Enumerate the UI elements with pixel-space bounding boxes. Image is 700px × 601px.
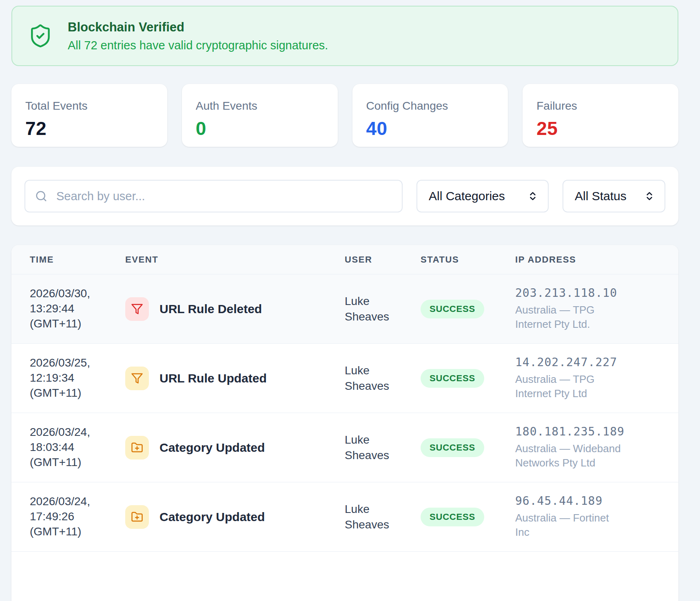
status-cell: SUCCESS — [402, 429, 497, 467]
time-cell: 2026/03/25, 12:19:34 (GMT+11) — [11, 346, 107, 411]
status-badge: SUCCESS — [421, 508, 484, 526]
table-row[interactable]: 2026/03/24, 17:49:26 (GMT+11) Category U… — [11, 482, 678, 552]
ip-address: 96.45.44.189 — [515, 494, 670, 508]
folder-plus-icon — [125, 436, 149, 460]
audit-log-page: Blockchain Verified All 72 entries have … — [11, 0, 678, 601]
filter-icon — [125, 297, 149, 321]
stat-label: Total Events — [25, 99, 153, 113]
column-header-user: User — [326, 254, 402, 265]
ip-cell: 203.213.118.10 Australia — TPG Internet … — [497, 276, 678, 341]
search-icon — [35, 190, 47, 202]
ip-address: 14.202.247.227 — [515, 356, 670, 369]
event-cell: Category Updated — [107, 426, 326, 469]
filter-icon — [125, 367, 149, 390]
stat-label: Auth Events — [196, 99, 324, 113]
stat-label: Config Changes — [366, 99, 494, 113]
stats-row: Total Events 72 Auth Events 0 Config Cha… — [11, 84, 678, 147]
user-cell: Luke Sheaves — [326, 353, 402, 404]
user-cell: Luke Sheaves — [326, 284, 402, 334]
event-cell: URL Rule Updated — [107, 357, 326, 400]
status-badge: SUCCESS — [421, 438, 484, 457]
ip-cell: 180.181.235.189 Australia — Wideband Net… — [497, 415, 678, 480]
table-row[interactable]: 2026/03/24, 18:03:44 (GMT+11) Category U… — [11, 413, 678, 482]
ip-location: Australia — Wideband Networks Pty Ltd — [515, 442, 670, 470]
status-badge: SUCCESS — [421, 300, 484, 318]
ip-location: Australia — TPG Internet Pty Ltd — [515, 372, 670, 401]
user-cell: Luke Sheaves — [326, 422, 402, 473]
column-header-event: Event — [107, 254, 326, 265]
event-label: Category Updated — [159, 441, 265, 455]
user-cell: Luke Sheaves — [326, 492, 402, 542]
search-input[interactable] — [24, 180, 403, 212]
status-cell: SUCCESS — [402, 498, 497, 536]
chevrons-up-down-icon — [644, 191, 655, 201]
stat-value: 72 — [25, 117, 153, 139]
ip-address: 203.213.118.10 — [515, 286, 670, 300]
filter-bar: All Categories All Status — [11, 167, 678, 225]
category-select-value: All Categories — [429, 189, 505, 203]
ip-cell: 14.202.247.227 Australia — TPG Internet … — [497, 346, 678, 411]
event-label: Category Updated — [159, 510, 265, 524]
event-label: URL Rule Deleted — [159, 302, 262, 316]
chevrons-up-down-icon — [527, 191, 538, 201]
stat-card-total-events: Total Events 72 — [11, 84, 167, 147]
ip-address: 180.181.235.189 — [515, 425, 670, 438]
status-badge: SUCCESS — [421, 369, 484, 388]
status-select[interactable]: All Status — [563, 180, 665, 212]
stat-card-failures: Failures 25 — [523, 84, 678, 147]
ip-location: Australia — Fortinet Inc — [515, 511, 670, 539]
event-cell: Category Updated — [107, 495, 326, 539]
time-cell: 2026/03/30, 13:29:44 (GMT+11) — [11, 276, 107, 341]
time-cell: 2026/03/24, 18:03:44 (GMT+11) — [11, 415, 107, 480]
table-row[interactable]: 2026/03/25, 12:19:34 (GMT+11) URL Rule U… — [11, 344, 678, 413]
search-field-wrapper — [24, 180, 403, 212]
blockchain-verified-banner: Blockchain Verified All 72 entries have … — [11, 6, 678, 66]
event-label: URL Rule Updated — [159, 371, 267, 385]
audit-log-table: Time Event User Status IP Address 2026/0… — [11, 245, 678, 601]
table-row[interactable]: 2026/03/30, 13:29:44 (GMT+11) URL Rule D… — [11, 274, 678, 344]
category-select[interactable]: All Categories — [416, 180, 549, 212]
event-cell: URL Rule Deleted — [107, 287, 326, 331]
column-header-status: Status — [402, 254, 497, 265]
stat-card-config-changes: Config Changes 40 — [352, 84, 508, 147]
table-header-row: Time Event User Status IP Address — [11, 245, 678, 274]
stat-card-auth-events: Auth Events 0 — [182, 84, 338, 147]
stat-value: 40 — [366, 117, 494, 139]
folder-plus-icon — [125, 505, 149, 529]
column-header-ip: IP Address — [497, 254, 678, 265]
banner-title: Blockchain Verified — [68, 20, 328, 35]
time-cell: 2026/03/24, 17:49:26 (GMT+11) — [11, 484, 107, 549]
status-cell: SUCCESS — [402, 359, 497, 398]
banner-subtitle: All 72 entries have valid cryptographic … — [68, 39, 328, 52]
banner-text: Blockchain Verified All 72 entries have … — [68, 20, 328, 52]
status-cell: SUCCESS — [402, 290, 497, 328]
ip-cell: 96.45.44.189 Australia — Fortinet Inc — [497, 484, 678, 549]
ip-location: Australia — TPG Internet Pty Ltd. — [515, 303, 670, 331]
stat-value: 25 — [536, 117, 665, 139]
column-header-time: Time — [11, 254, 107, 265]
stat-value: 0 — [196, 117, 324, 139]
shield-check-icon — [28, 22, 53, 50]
status-select-value: All Status — [575, 189, 627, 203]
stat-label: Failures — [536, 99, 665, 113]
